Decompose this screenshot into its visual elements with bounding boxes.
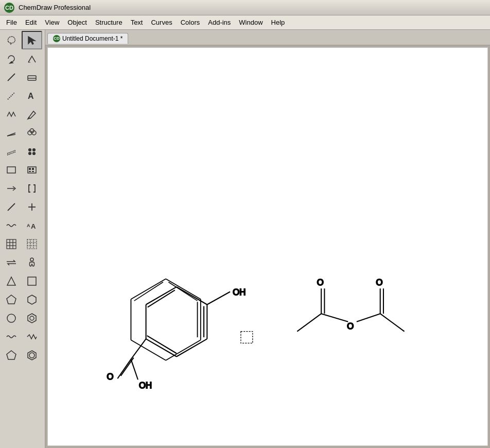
svg-marker-40 [7,295,16,304]
menu-bar: FileEditViewObjectStructureTextCurvesCol… [0,15,490,30]
toolbar: A [0,30,45,448]
svg-line-75 [357,314,380,322]
lasso-tool[interactable] [1,31,22,49]
title-bar: CD ChemDraw Professional [0,0,490,15]
main-layout: A [0,30,490,448]
svg-rect-26 [7,239,16,249]
svg-rect-16 [29,168,31,170]
menu-item-structure[interactable]: Structure [91,18,127,27]
svg-line-8 [7,150,15,153]
pen-tool[interactable] [22,105,42,124]
pentagon2-tool[interactable] [1,346,22,365]
svg-text:A: A [27,223,30,228]
svg-point-12 [29,152,31,155]
salicylic-acid-molecule: OH OH O [107,287,246,390]
hexagon2-tool[interactable] [22,309,42,328]
svg-line-56 [134,282,163,301]
menu-item-window[interactable]: Window [235,18,267,27]
svg-line-71 [297,314,321,331]
oh-label-bottom: OH [139,381,152,390]
triangle-tool[interactable] [1,272,22,290]
tool-row-10 [1,198,44,216]
benzene-tool[interactable] [22,346,42,365]
dash-bond-tool[interactable] [1,87,22,105]
tool-row-18 [1,346,44,365]
rotate-tool[interactable] [1,49,22,68]
svg-line-78 [380,314,405,331]
svg-rect-14 [7,167,15,173]
dashed-wedge-tool[interactable] [1,142,22,161]
svg-line-9 [7,152,15,155]
reaction-arrow-tool[interactable] [1,253,22,272]
plus-tool[interactable] [22,198,42,216]
app-title: ChemDraw Professional [19,4,91,11]
orbital-tool[interactable] [22,124,42,142]
o-label-right: O [376,278,382,287]
bond-angle-tool[interactable] [22,49,42,68]
tool-row-5 [1,105,44,124]
canvas-area[interactable]: OH OH O [47,47,488,446]
tool-row-9 [1,179,44,198]
svg-line-21 [8,203,15,211]
menu-item-edit[interactable]: Edit [21,18,41,27]
o-label: O [107,372,114,382]
arrow-tool[interactable] [1,179,22,198]
tool-row-8 [1,161,44,179]
svg-line-60 [146,287,177,304]
dash-table-tool[interactable] [22,235,42,253]
tool-row-16 [1,309,44,328]
table-tool[interactable] [1,235,22,253]
figure-tool[interactable] [22,253,42,272]
svg-point-44 [30,316,34,320]
pentagon-tool[interactable] [1,290,22,309]
bond-tool[interactable] [1,68,22,87]
menu-item-curves[interactable]: Curves [147,18,176,27]
svg-line-61 [148,290,175,307]
rectangle-filled-tool[interactable] [22,161,42,179]
doc-tab-title: Untitled Document-1 * [62,35,122,42]
tool-row-2 [1,49,44,68]
tool-row-6 [1,124,44,142]
square-tool[interactable] [22,272,42,290]
tool-row-11: A A [1,216,44,235]
rectangle-outline-tool[interactable] [1,161,22,179]
wedge-tool[interactable] [1,124,22,142]
svg-point-36 [30,258,33,261]
line-tool-diag[interactable] [1,198,22,216]
selection-cursor [241,332,253,343]
hexagon-tool[interactable] [22,290,42,309]
svg-line-51 [131,340,166,360]
menu-item-add-ins[interactable]: Add-ins [204,18,235,27]
menu-item-view[interactable]: View [41,18,63,27]
doc-tab[interactable]: CD Untitled Document-1 * [47,33,128,44]
electron-tool[interactable] [22,142,42,161]
svg-line-48 [166,279,201,299]
o-label-left: O [317,278,324,287]
text-tool[interactable]: A [22,87,42,105]
chain-tool[interactable] [1,105,22,124]
svg-line-3 [8,92,15,99]
menu-item-colors[interactable]: Colors [177,18,204,27]
menu-item-help[interactable]: Help [267,18,289,27]
wave-bond-tool[interactable] [1,328,22,346]
svg-text:A: A [28,92,34,100]
svg-marker-41 [28,295,36,304]
svg-line-64 [146,339,177,356]
resize-text-tool[interactable]: A A [22,216,42,235]
menu-item-object[interactable]: Object [63,18,91,27]
eraser-tool[interactable] [22,68,42,87]
svg-rect-18 [29,171,31,172]
menu-item-file[interactable]: File [2,18,21,27]
svg-text:A: A [31,222,36,230]
svg-line-70 [131,359,138,380]
acetic-anhydride: O O O [297,278,404,332]
zigzag-tool[interactable] [22,328,42,346]
circle-tool[interactable] [1,309,22,328]
select-tool[interactable] [22,31,42,49]
tool-row-4: A [1,87,44,105]
wavy-line-tool[interactable] [1,216,22,235]
bracket-tool[interactable] [22,179,42,198]
menu-item-text[interactable]: Text [127,18,147,27]
molecule-canvas: OH OH O [48,48,487,445]
tool-row-17 [1,328,44,346]
